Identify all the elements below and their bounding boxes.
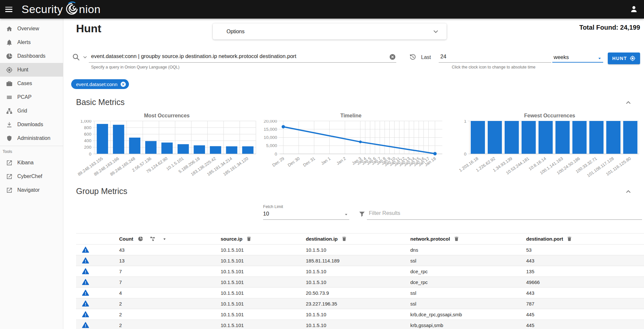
sidebar-item-navigator[interactable]: Navigator [0,183,63,197]
bar[interactable] [606,121,620,154]
bar[interactable] [226,146,237,154]
data-point[interactable] [433,152,436,155]
cell-source-ip[interactable]: 10.1.5.101 [221,301,306,307]
cell-destination-ip[interactable]: 10.1.5.10 [306,279,410,285]
cell-count[interactable]: 7 [119,269,221,274]
row-alert-button[interactable] [76,311,119,318]
bar[interactable] [194,145,205,154]
cell-source-ip[interactable]: 10.1.5.101 [221,279,306,285]
filter-results-input[interactable] [369,210,640,216]
cell-count[interactable]: 13 [119,258,221,263]
count-flow-toggle-icon[interactable] [150,236,155,242]
cell-network-protocol[interactable]: ssl [410,301,526,307]
cell-destination-port[interactable]: 445 [526,322,644,328]
time-units-select[interactable]: weeks [554,54,569,60]
clear-query-icon[interactable] [389,53,396,60]
cell-destination-port[interactable]: 53 [526,247,644,253]
sidebar-item-pcap[interactable]: PCAP [0,90,63,104]
bar[interactable] [522,121,536,154]
hamburger-menu-icon[interactable] [5,7,12,12]
bar[interactable] [145,141,157,154]
cell-source-ip[interactable]: 10.1.5.101 [221,290,306,296]
sidebar-item-downloads[interactable]: Downloads [0,118,63,131]
remove-field-icon[interactable] [567,236,572,242]
remove-field-icon[interactable] [341,236,347,242]
sidebar-item-kibana[interactable]: Kibana [0,156,63,170]
group-metrics-collapse-icon[interactable] [625,188,632,195]
query-history-chevron-icon[interactable] [82,54,88,60]
cell-destination-ip[interactable]: 10.1.5.10 [306,247,410,253]
count-pie-toggle-icon[interactable] [138,236,143,242]
sidebar-item-administration[interactable]: Administration [0,131,63,145]
cell-destination-ip[interactable]: 185.81.114.189 [306,258,410,263]
row-alert-button[interactable] [76,300,119,307]
cell-destination-port[interactable]: 787 [526,301,644,307]
bar[interactable] [623,121,637,154]
relative-time-icon[interactable] [409,53,416,61]
bar[interactable] [129,138,140,154]
bar[interactable] [97,124,108,154]
bar[interactable] [539,121,553,154]
row-alert-button[interactable] [76,246,119,253]
sidebar-item-alerts[interactable]: Alerts [0,36,63,49]
remove-field-icon[interactable] [454,236,459,242]
sidebar-item-grid[interactable]: Grid [0,104,63,118]
query-input[interactable] [91,53,390,59]
data-point[interactable] [282,125,285,128]
bar[interactable] [113,125,124,154]
data-point[interactable] [359,141,362,143]
cell-destination-ip[interactable]: 20.50.73.9 [306,290,410,296]
fetch-limit-caret-icon[interactable] [343,212,349,217]
cell-count[interactable]: 43 [119,247,221,253]
options-panel-toggle[interactable]: Options [213,23,447,39]
bar[interactable] [471,121,485,154]
cell-network-protocol[interactable]: ssl [410,290,526,296]
row-alert-button[interactable] [76,278,119,286]
cell-destination-ip[interactable]: 10.1.5.10 [306,312,410,317]
sidebar-item-dashboards[interactable]: Dashboards [0,49,63,63]
bar[interactable] [505,121,519,154]
row-alert-button[interactable] [76,268,119,275]
filter-chip[interactable]: event.dataset:conn [71,79,129,89]
sidebar-item-hunt[interactable]: Hunt [0,63,63,77]
sidebar-item-cases[interactable]: Cases [0,77,63,90]
time-units-caret-icon[interactable] [597,55,603,61]
cell-destination-port[interactable]: 443 [526,258,644,263]
row-alert-button[interactable] [76,257,119,264]
cell-source-ip[interactable]: 10.1.5.101 [221,258,306,263]
cell-source-ip[interactable]: 10.1.5.101 [221,247,306,253]
bar[interactable] [573,121,587,154]
time-duration-input[interactable] [440,53,486,60]
bar[interactable] [242,146,254,154]
cell-source-ip[interactable]: 10.1.5.101 [221,322,306,328]
cell-network-protocol[interactable]: krb,dce_rpc,gssapi,smb [410,312,526,317]
cell-destination-port[interactable]: 49666 [526,279,644,285]
cell-destination-port[interactable]: 135 [526,269,644,274]
cell-network-protocol[interactable]: dce_rpc [410,269,526,274]
cell-destination-ip[interactable]: 23.227.196.35 [306,301,410,307]
count-menu-caret-icon[interactable] [162,236,167,242]
bar[interactable] [210,146,221,154]
bar[interactable] [488,121,502,154]
row-alert-button[interactable] [76,322,119,329]
cell-count[interactable]: 2 [119,322,221,328]
cell-destination-port[interactable]: 443 [526,290,644,296]
cell-source-ip[interactable]: 10.1.5.101 [221,312,306,317]
cell-count[interactable]: 2 [119,312,221,317]
cell-network-protocol[interactable]: krb,gssapi,smb [410,322,526,328]
chip-remove-icon[interactable] [120,81,126,87]
app-logo[interactable]: Security nion [22,1,101,18]
sidebar-item-cyberchef[interactable]: CyberChef [0,170,63,183]
cell-destination-ip[interactable]: 10.1.5.10 [306,269,410,274]
bar[interactable] [556,121,570,154]
cell-count[interactable]: 2 [119,301,221,307]
fetch-limit-select[interactable]: 10 [263,211,269,217]
cell-destination-ip[interactable]: 10.1.5.10 [306,322,410,328]
basic-metrics-collapse-icon[interactable] [625,99,632,106]
bar[interactable] [589,121,604,154]
sidebar-item-overview[interactable]: Overview [0,22,63,36]
cell-count[interactable]: 4 [119,290,221,296]
bar[interactable] [161,142,173,154]
cell-network-protocol[interactable]: ssl [410,258,526,263]
row-alert-button[interactable] [76,289,119,296]
